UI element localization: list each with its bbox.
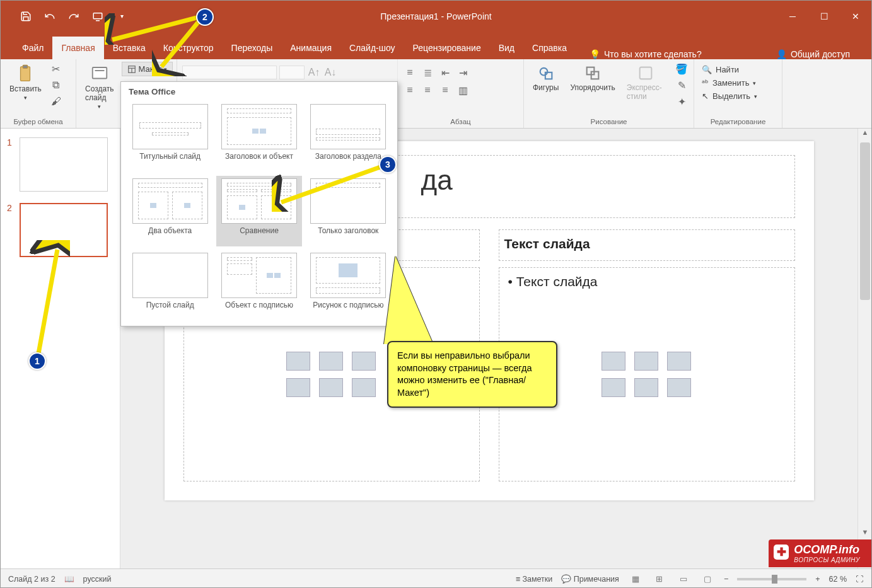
increase-indent-icon[interactable]: ⇥	[456, 66, 470, 79]
tab-animations[interactable]: Анимация	[281, 37, 340, 59]
insert-table-icon[interactable]	[286, 352, 310, 371]
shape-outline-icon[interactable]: ✎	[675, 78, 689, 92]
tab-help[interactable]: Справка	[523, 37, 576, 59]
shape-fill-icon[interactable]: 🪣	[675, 62, 689, 76]
scroll-up-icon[interactable]: ▲	[858, 129, 872, 141]
tab-review[interactable]: Рецензирование	[404, 37, 490, 59]
format-painter-icon[interactable]: 🖌	[49, 95, 63, 108]
sorter-view-icon[interactable]: ⊞	[652, 573, 667, 585]
slideshow-view-icon[interactable]: ▢	[700, 573, 715, 585]
layout-option-4[interactable]: Сравнение	[216, 176, 301, 246]
zoom-slider-thumb[interactable]	[772, 575, 777, 584]
layout-option-0[interactable]: Титульный слайд	[127, 101, 212, 172]
zoom-out-icon[interactable]: −	[724, 575, 728, 584]
redo-icon[interactable]	[67, 10, 80, 23]
tab-home[interactable]: Главная	[52, 37, 103, 59]
tab-transitions[interactable]: Переходы	[223, 37, 282, 59]
spellcheck-icon[interactable]: 📖	[64, 574, 74, 584]
tab-file[interactable]: Файл	[13, 37, 52, 59]
align-right-icon[interactable]: ≡	[438, 83, 452, 97]
layout-option-7[interactable]: Объект с подписью	[216, 250, 301, 321]
notes-button[interactable]: ≡ Заметки	[516, 575, 553, 584]
layout-thumb	[221, 104, 297, 149]
bullets-icon[interactable]: ≡	[403, 66, 417, 79]
insert-picture-icon[interactable]	[286, 378, 310, 397]
slide-thumbnails-panel[interactable]: 1 2	[1, 129, 120, 568]
replace-button[interactable]: ᵃᵇЗаменить▾	[699, 78, 759, 88]
shapes-button[interactable]: Фигуры	[529, 62, 562, 95]
select-button[interactable]: ↖Выделить▾	[699, 91, 760, 101]
tell-me-search[interactable]: 💡 Что вы хотите сделать?	[582, 49, 709, 59]
insert-online-picture-icon[interactable]	[319, 378, 343, 397]
save-icon[interactable]	[20, 10, 32, 23]
numbering-icon[interactable]: ≣	[421, 66, 434, 79]
tab-view[interactable]: Вид	[490, 37, 523, 59]
align-center-icon[interactable]: ≡	[421, 83, 434, 97]
layout-option-1[interactable]: Заголовок и объект	[216, 101, 301, 172]
editing-group-label: Редактирование	[699, 117, 777, 127]
font-size-select[interactable]	[279, 66, 305, 79]
undo-icon[interactable]	[44, 10, 56, 23]
quick-access-toolbar: ▾	[1, 10, 128, 23]
layout-button[interactable]: Макет ▾	[122, 62, 173, 76]
tab-slideshow[interactable]: Слайд-шоу	[340, 37, 404, 59]
insert-video-icon[interactable]	[667, 378, 691, 397]
zoom-in-icon[interactable]: +	[815, 575, 820, 584]
layout-option-3[interactable]: Два объекта	[127, 176, 212, 246]
scroll-down-icon[interactable]: ▼	[858, 528, 872, 541]
close-button[interactable]: ✕	[840, 4, 871, 28]
decrease-font-icon[interactable]: A↓	[323, 66, 337, 79]
columns-icon[interactable]: ▥	[456, 83, 470, 97]
layout-option-8[interactable]: Рисунок с подписью	[306, 250, 391, 321]
layout-option-6[interactable]: Пустой слайд	[127, 250, 212, 321]
shape-effects-icon[interactable]: ✦	[675, 95, 689, 108]
tab-insert[interactable]: Вставка	[104, 37, 154, 59]
insert-online-picture-icon[interactable]	[634, 378, 658, 397]
decrease-indent-icon[interactable]: ⇤	[438, 66, 452, 79]
zoom-level[interactable]: 62 %	[829, 575, 847, 584]
arrange-button[interactable]: Упорядочить	[566, 62, 619, 95]
slide-counter[interactable]: Слайд 2 из 2	[8, 575, 55, 584]
vertical-scrollbar[interactable]: ▲ ▼ ⯭ ⯯	[857, 129, 871, 568]
start-from-beginning-icon[interactable]	[91, 10, 104, 23]
comments-button[interactable]: 💬 Примечания	[561, 574, 619, 584]
insert-smartart-icon[interactable]	[352, 352, 376, 371]
insert-video-icon[interactable]	[352, 378, 376, 397]
scroll-thumb[interactable]	[860, 142, 870, 300]
tell-me-label: Что вы хотите сделать?	[604, 49, 702, 59]
thumb-num-2: 2	[7, 203, 15, 257]
insert-picture-icon[interactable]	[602, 378, 625, 397]
svg-point-8	[540, 68, 547, 76]
new-slide-button[interactable]: Создать слайд ▾	[81, 62, 118, 112]
thumb-row-1: 1	[7, 137, 113, 192]
copy-icon[interactable]: ⧉	[49, 78, 63, 92]
text-header-right-placeholder[interactable]: Текст слайда	[499, 229, 795, 261]
zoom-slider[interactable]	[737, 578, 806, 580]
reading-view-icon[interactable]: ▭	[676, 573, 691, 585]
minimize-button[interactable]: ─	[777, 4, 808, 28]
find-button[interactable]: 🔍Найти	[699, 64, 741, 75]
callout-box: Если вы неправильно выбрали компоновку с…	[387, 341, 557, 408]
language-indicator[interactable]: русский	[83, 575, 112, 584]
maximize-button[interactable]: ☐	[808, 4, 840, 28]
layout-option-2[interactable]: Заголовок раздела	[306, 101, 391, 172]
normal-view-icon[interactable]: ▦	[628, 573, 643, 585]
cut-icon[interactable]: ✂	[49, 62, 63, 76]
qat-customize-icon[interactable]: ▾	[115, 10, 128, 23]
insert-smartart-icon[interactable]	[667, 352, 691, 371]
align-left-icon[interactable]: ≡	[403, 83, 417, 97]
font-family-select[interactable]	[182, 66, 277, 79]
increase-font-icon[interactable]: A↑	[307, 66, 321, 79]
tab-design[interactable]: Конструктор	[154, 37, 223, 59]
insert-table-icon[interactable]	[602, 352, 625, 371]
insert-chart-icon[interactable]	[634, 352, 658, 371]
callout-tail	[384, 256, 433, 344]
insert-chart-icon[interactable]	[319, 352, 343, 371]
share-button[interactable]: 👤 Общий доступ	[770, 49, 856, 59]
paste-button[interactable]: Вставить ▾	[6, 62, 45, 103]
layout-option-5[interactable]: Только заголовок	[306, 176, 391, 246]
fit-to-window-icon[interactable]: ⛶	[856, 575, 864, 584]
bullet-text: • Текст слайда	[499, 268, 794, 296]
slide-thumbnail-2[interactable]	[20, 203, 108, 257]
slide-thumbnail-1[interactable]	[20, 137, 108, 192]
